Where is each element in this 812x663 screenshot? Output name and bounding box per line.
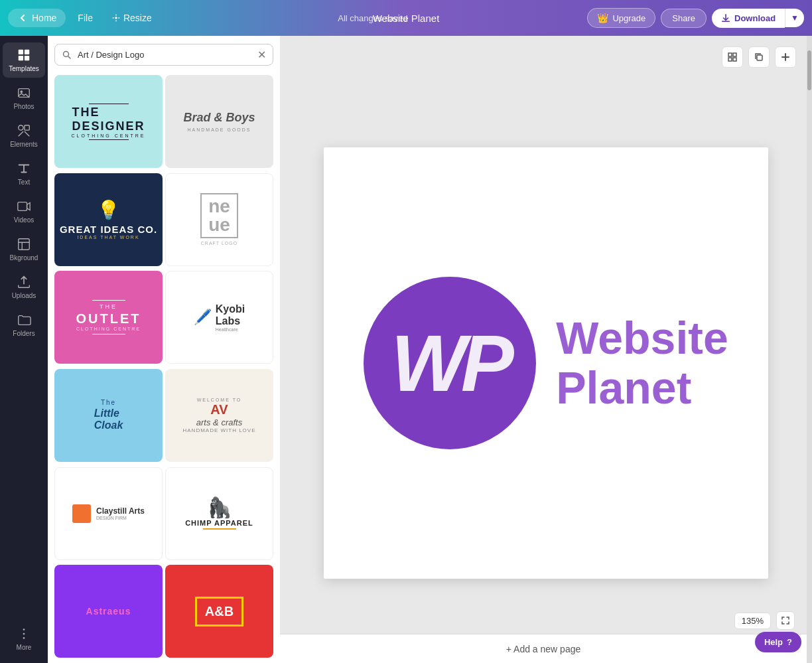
background-icon: [17, 237, 31, 252]
canvas-footer: 135%: [734, 611, 795, 630]
template-card-designer[interactable]: THEDESIGNER CLOTHING CENTRE: [54, 75, 163, 168]
share-button[interactable]: Share: [661, 9, 707, 28]
svg-point-12: [23, 633, 25, 635]
add-page-bar[interactable]: + Add a new page: [280, 634, 807, 663]
wp-monogram: WP: [391, 323, 509, 403]
template-card-astraeus[interactable]: Astraeus: [54, 565, 163, 658]
svg-point-6: [21, 90, 23, 93]
svg-rect-17: [728, 58, 732, 61]
canvas-toolbar: [711, 41, 807, 73]
more-icon: [17, 626, 31, 641]
home-label: Home: [32, 13, 56, 23]
sidebar-text-label: Text: [18, 179, 30, 186]
file-button[interactable]: File: [71, 9, 100, 27]
template-card-neue[interactable]: neue CRAFT LOGO: [165, 173, 273, 266]
template-card-red[interactable]: A&B: [165, 565, 273, 658]
fullscreen-button[interactable]: [776, 611, 795, 630]
svg-rect-16: [733, 53, 736, 56]
vertical-scrollbar[interactable]: [807, 36, 812, 663]
frame-icon: [727, 52, 738, 62]
template-card-greatideas[interactable]: 💡 GREAT IDEAS CO. IDEAS THAT WORK: [54, 173, 163, 266]
svg-point-7: [19, 125, 23, 130]
svg-point-0: [115, 17, 117, 19]
top-navigation: Home File Resize All changes saved Websi…: [0, 0, 812, 36]
project-title: Website Planet: [373, 13, 440, 24]
chevron-left-icon: [17, 13, 28, 23]
template-card-outlet[interactable]: THE OUTLET CLOTHING CENTRE: [54, 271, 163, 364]
templates-icon: [17, 48, 31, 62]
help-button[interactable]: Help ?: [755, 632, 801, 652]
sidebar-uploads-label: Uploads: [12, 292, 36, 299]
sidebar-videos-label: Videos: [14, 216, 34, 224]
template-card-claystill[interactable]: Claystill Arts DESIGN FIRM: [54, 467, 163, 560]
copy-tool-button[interactable]: [748, 46, 770, 68]
search-bar-container: ✕: [54, 44, 273, 66]
search-input[interactable]: [78, 50, 252, 60]
svg-rect-15: [728, 53, 732, 56]
wp-brand-name: WebsitePlanet: [556, 313, 728, 413]
search-clear-button[interactable]: ✕: [257, 48, 266, 61]
template-card-brad[interactable]: Brad & Boys HANDMADE GOODS: [165, 75, 273, 168]
zoom-level: 135%: [734, 613, 771, 629]
sidebar-item-uploads[interactable]: Uploads: [3, 269, 45, 305]
plus-icon: [780, 52, 791, 62]
download-caret-button[interactable]: ▼: [785, 9, 804, 27]
sidebar-folders-label: Folders: [13, 330, 34, 337]
add-tool-button[interactable]: [775, 46, 796, 68]
scrollbar-thumb[interactable]: [807, 50, 811, 90]
sidebar-item-background[interactable]: Bkground: [3, 232, 45, 267]
template-card-artscrafts[interactable]: WELCOME TO AV arts & crafts HANDMADE WIT…: [165, 369, 273, 462]
crown-icon: 👑: [597, 13, 608, 23]
sidebar-item-text[interactable]: Text: [3, 156, 45, 191]
nav-right-actions: 👑 Upgrade Share Download ▼: [587, 8, 804, 28]
template-card-littlecloak[interactable]: The LittleCloak: [54, 369, 163, 462]
resize-button[interactable]: Resize: [105, 9, 159, 27]
templates-grid: THEDESIGNER CLOTHING CENTRE Brad & Boys …: [48, 72, 280, 663]
sidebar-more-label: More: [17, 644, 32, 651]
sidebar-item-templates[interactable]: Templates: [3, 42, 45, 78]
sidebar-background-label: Bkground: [10, 254, 38, 261]
svg-rect-3: [19, 56, 23, 60]
canvas-wrapper: WP WebsitePlanet: [280, 36, 812, 663]
sidebar-item-videos[interactable]: Videos: [3, 194, 45, 229]
svg-rect-2: [25, 50, 29, 54]
svg-rect-1: [19, 50, 23, 54]
svg-rect-4: [25, 56, 29, 60]
question-icon: ?: [787, 637, 792, 647]
canvas-area: WP WebsitePlanet + Add a new page 135% H…: [280, 36, 812, 663]
canvas-content: WP WebsitePlanet: [364, 277, 728, 449]
svg-point-14: [64, 51, 69, 56]
svg-rect-10: [19, 239, 30, 250]
text-icon: [17, 161, 31, 176]
download-icon: [721, 13, 730, 23]
elements-icon: [17, 123, 31, 138]
photos-icon: [17, 86, 31, 100]
frame-tool-button[interactable]: [722, 46, 743, 68]
videos-icon: [17, 199, 31, 214]
home-button[interactable]: Home: [8, 9, 66, 27]
canvas-page[interactable]: WP WebsitePlanet: [324, 147, 768, 579]
sidebar-item-photos[interactable]: Photos: [3, 80, 45, 115]
svg-rect-9: [18, 202, 27, 211]
search-icon: [62, 50, 72, 60]
svg-rect-8: [25, 125, 29, 130]
upgrade-button[interactable]: 👑 Upgrade: [587, 8, 655, 28]
sidebar-item-elements[interactable]: Elements: [3, 118, 45, 153]
sidebar-item-more[interactable]: More: [3, 621, 45, 656]
template-card-chimp[interactable]: 🦍 CHIMP APPAREL: [165, 467, 273, 560]
sidebar-elements-label: Elements: [10, 141, 38, 148]
sidebar-item-folders[interactable]: Folders: [3, 307, 45, 342]
download-button-group: Download ▼: [712, 9, 804, 28]
copy-icon: [754, 52, 764, 62]
templates-panel: ✕ THEDESIGNER CLOTHING CENTRE Brad & Boy…: [48, 36, 280, 663]
download-main-button[interactable]: Download: [712, 9, 785, 28]
uploads-icon: [17, 275, 31, 289]
template-card-kyobi[interactable]: 🖊️ KyobiLabs Healthcare: [165, 271, 273, 364]
svg-point-13: [23, 637, 25, 639]
svg-point-11: [23, 628, 25, 630]
fullscreen-icon: [781, 616, 790, 625]
folders-icon: [17, 313, 31, 327]
wp-circle-logo: WP: [364, 277, 536, 449]
svg-rect-18: [733, 58, 736, 61]
svg-rect-19: [757, 55, 762, 60]
